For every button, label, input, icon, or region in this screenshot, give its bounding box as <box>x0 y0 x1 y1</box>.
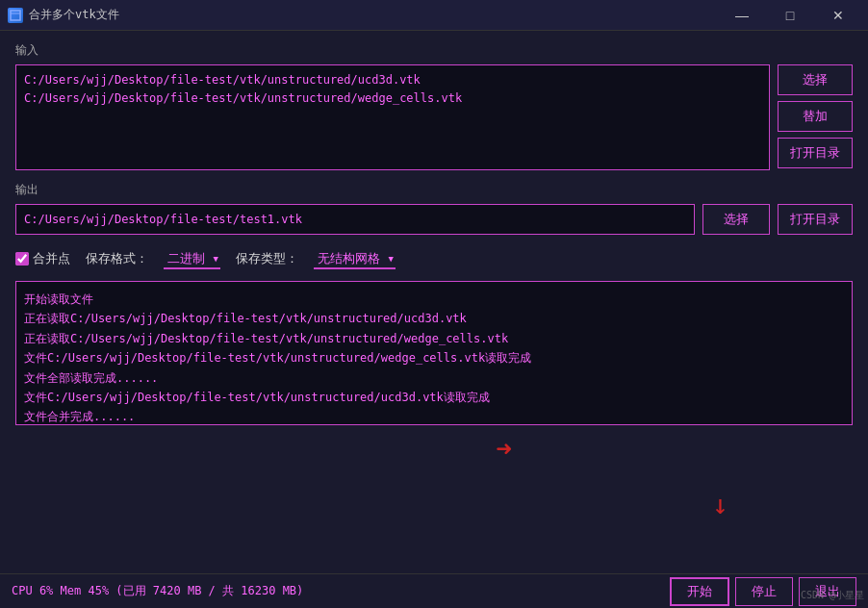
input-row: C:/Users/wjj/Desktop/file-test/vtk/unstr… <box>15 64 853 170</box>
main-content: 输入 C:/Users/wjj/Desktop/file-test/vtk/un… <box>0 31 868 573</box>
log-section: 开始读取文件正在读取C:/Users/wjj/Desktop/file-test… <box>15 281 853 425</box>
minimize-button[interactable]: — <box>720 0 764 31</box>
merge-points-label: 合并点 <box>33 250 70 267</box>
output-open-dir-button[interactable]: 打开目录 <box>778 204 853 235</box>
save-type-wrapper[interactable]: 无结构网格多边形 <box>314 248 396 269</box>
status-text: CPU 6% Mem 45% (已用 7420 MB / 共 16230 MB) <box>12 583 303 599</box>
app-icon <box>8 8 23 23</box>
save-type-label: 保存类型： <box>236 250 298 267</box>
title-bar: 合并多个vtk文件 — □ ✕ <box>0 0 868 31</box>
watermark: CSDN @小星星 <box>801 589 864 602</box>
input-file-list: C:/Users/wjj/Desktop/file-test/vtk/unstr… <box>15 64 770 170</box>
input-open-dir-button[interactable]: 打开目录 <box>778 138 853 168</box>
svg-rect-0 <box>11 11 20 20</box>
input-section: 输入 C:/Users/wjj/Desktop/file-test/vtk/un… <box>15 42 853 170</box>
options-row: 合并点 保存格式： 二进制ASCII 保存类型： 无结构网格多边形 <box>15 244 853 273</box>
output-row: 选择 打开目录 <box>15 204 853 235</box>
start-button[interactable]: 开始 <box>670 577 729 606</box>
output-section: 输出 选择 打开目录 <box>15 182 853 235</box>
window-title: 合并多个vtk文件 <box>29 7 720 23</box>
save-format-select[interactable]: 二进制ASCII <box>164 249 220 269</box>
input-add-button[interactable]: 替加 <box>778 101 853 132</box>
input-buttons: 选择 替加 打开目录 <box>778 64 853 170</box>
merge-points-input[interactable] <box>15 252 29 266</box>
save-format-label: 保存格式： <box>86 250 148 267</box>
save-format-wrapper[interactable]: 二进制ASCII <box>164 248 220 269</box>
log-box: 开始读取文件正在读取C:/Users/wjj/Desktop/file-test… <box>15 281 853 425</box>
stop-button[interactable]: 停止 <box>735 577 793 606</box>
output-file-input[interactable] <box>15 204 695 235</box>
close-button[interactable]: ✕ <box>816 0 860 31</box>
save-type-select[interactable]: 无结构网格多边形 <box>314 249 396 269</box>
output-select-button[interactable]: 选择 <box>702 204 770 235</box>
merge-points-checkbox[interactable]: 合并点 <box>15 250 70 267</box>
input-section-label: 输入 <box>15 42 853 59</box>
output-section-label: 输出 <box>15 182 853 198</box>
window-controls: — □ ✕ <box>720 0 860 31</box>
status-bar: CPU 6% Mem 45% (已用 7420 MB / 共 16230 MB)… <box>0 573 868 608</box>
maximize-button[interactable]: □ <box>768 0 812 31</box>
input-select-button[interactable]: 选择 <box>778 64 853 95</box>
